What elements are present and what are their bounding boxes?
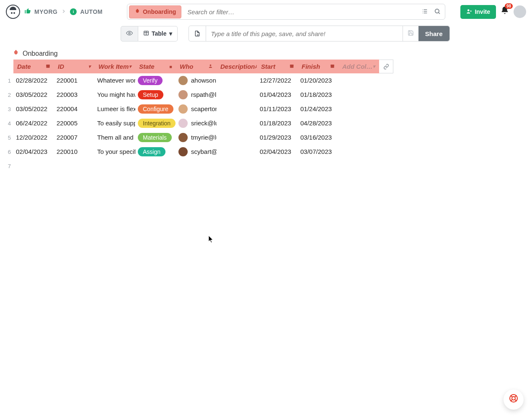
row-number: 2 [6,92,13,98]
user-avatar[interactable] [514,5,526,18]
cell-who[interactable]: rspath@lu [176,88,217,102]
view-label: Table [152,30,167,37]
cell-work-item[interactable]: Whatever wor [95,73,135,88]
table-row[interactable]: 5 12/20/2022 220007 Them all and a Mater… [6,130,532,145]
cell-who[interactable]: ahowson@ [176,73,217,88]
notifications-button[interactable]: 98 [500,6,509,18]
table-row[interactable]: 3 03/05/2022 220004 Lumeer is flex Confi… [6,102,532,116]
search-bar: Onboarding [127,4,445,20]
cell-state[interactable]: Integration [135,116,176,130]
share-button[interactable]: Share [418,26,449,41]
cell-work-item[interactable]: Them all and a [95,130,135,145]
svg-point-8 [467,9,470,11]
column-header-who[interactable]: Who [176,60,217,73]
cell-start[interactable]: 02/04/2023 [257,145,298,159]
search-icon[interactable] [434,8,441,16]
page-title-input[interactable] [206,27,403,41]
visibility-toggle[interactable] [121,26,138,42]
avatar [178,147,188,156]
table-row-empty[interactable]: 7 [6,159,532,173]
table-row[interactable]: 4 06/24/2022 220005 To easily supp Integ… [6,116,532,130]
list-icon[interactable] [421,8,428,16]
help-button[interactable] [504,389,524,410]
cell-description[interactable] [217,88,257,102]
cell-date[interactable]: 03/05/2022 [13,88,54,102]
cell-id[interactable]: 220010 [54,145,95,159]
cell-description[interactable] [217,102,257,116]
cell-who[interactable]: srieck@lu [176,116,217,130]
table-row[interactable]: 2 03/05/2022 220003 You might hav Setup … [6,88,532,102]
invite-button[interactable]: Invite [460,5,496,19]
cell-start[interactable]: 01/04/2023 [257,88,298,102]
add-column-button[interactable]: Add Col…▾ [338,60,379,73]
cell-state[interactable]: Configure [135,102,176,116]
cell-who[interactable]: tmyrie@lu [176,130,217,145]
cell-state[interactable]: Materials [135,130,176,145]
cell-finish[interactable]: 01/18/2023 [298,88,338,102]
cell-finish[interactable]: 03/07/2023 [298,145,338,159]
cell-start[interactable]: 01/29/2023 [257,130,298,145]
table-header-row: DateID▾Work Item▾State■WhoDescriptionASt… [6,60,532,73]
cell-id[interactable]: 220004 [54,102,95,116]
cell-work-item[interactable]: To your specif [95,145,135,159]
topbar: MYORG i AUTOM Onboarding Invite [0,0,532,23]
cell-who[interactable]: scybart@ [176,145,217,159]
cell-work-item[interactable]: Lumeer is flex [95,102,135,116]
table-title: Onboarding [0,47,532,60]
column-header-finish[interactable]: Finish [298,60,338,73]
cell-finish[interactable]: 03/16/2023 [298,130,338,145]
save-button[interactable] [403,26,418,41]
svg-line-7 [439,13,440,14]
cell-date[interactable]: 02/04/2023 [13,145,54,159]
cell-state[interactable]: Setup [135,88,176,102]
cell-description[interactable] [217,130,257,145]
cell-id[interactable]: 220003 [54,88,95,102]
cell-start[interactable]: 01/18/2023 [257,116,298,130]
page-title-bar: Share [189,26,450,42]
cell-description[interactable] [217,73,257,88]
table-row[interactable]: 6 02/04/2023 220010 To your specif Assig… [6,145,532,159]
column-header-id[interactable]: ID▾ [54,60,95,73]
svg-line-29 [511,400,512,401]
breadcrumb-org[interactable]: MYORG [34,8,57,15]
search-pill-onboarding[interactable]: Onboarding [129,5,181,18]
cell-finish[interactable]: 04/28/2023 [298,116,338,130]
column-header-state[interactable]: State■ [135,60,176,73]
cell-who[interactable]: scapertor [176,102,217,116]
link-column-button[interactable] [379,60,393,73]
eye-icon [126,30,133,38]
cell-work-item[interactable]: You might hav [95,88,135,102]
row-number: 3 [6,106,13,112]
search-input[interactable] [183,5,421,19]
cell-finish[interactable]: 01/20/2023 [298,73,338,88]
cell-id[interactable]: 220001 [54,73,95,88]
cell-finish[interactable]: 01/24/2023 [298,102,338,116]
table-row[interactable]: 1 02/28/2022 220001 Whatever wor Verify … [6,73,532,88]
cell-description[interactable] [217,116,257,130]
breadcrumb-project[interactable]: AUTOM [80,8,103,15]
notification-badge: 98 [505,3,513,9]
table-icon [143,30,149,37]
cell-date[interactable]: 03/05/2022 [13,102,54,116]
app-logo[interactable] [6,5,20,19]
cell-date[interactable]: 06/24/2022 [13,116,54,130]
lifebuoy-icon [509,393,519,406]
page-new-icon[interactable] [189,26,206,41]
hand-icon [134,8,140,16]
column-header-work item[interactable]: Work Item▾ [95,60,135,73]
cell-date[interactable]: 02/28/2022 [13,73,54,88]
cell-description[interactable] [217,145,257,159]
view-selector[interactable]: Table ▾ [138,26,178,42]
cell-state[interactable]: Verify [135,73,176,88]
cell-state[interactable]: Assign [135,145,176,159]
column-header-date[interactable]: Date [13,60,54,73]
cell-start[interactable]: 12/27/2022 [257,73,298,88]
column-header-start[interactable]: Start [257,60,298,73]
avatar [178,90,188,99]
column-header-description[interactable]: DescriptionA [217,60,257,73]
cell-id[interactable]: 220007 [54,130,95,145]
cell-work-item[interactable]: To easily supp [95,116,135,130]
cell-start[interactable]: 01/11/2023 [257,102,298,116]
cell-id[interactable]: 220005 [54,116,95,130]
cell-date[interactable]: 12/20/2022 [13,130,54,145]
